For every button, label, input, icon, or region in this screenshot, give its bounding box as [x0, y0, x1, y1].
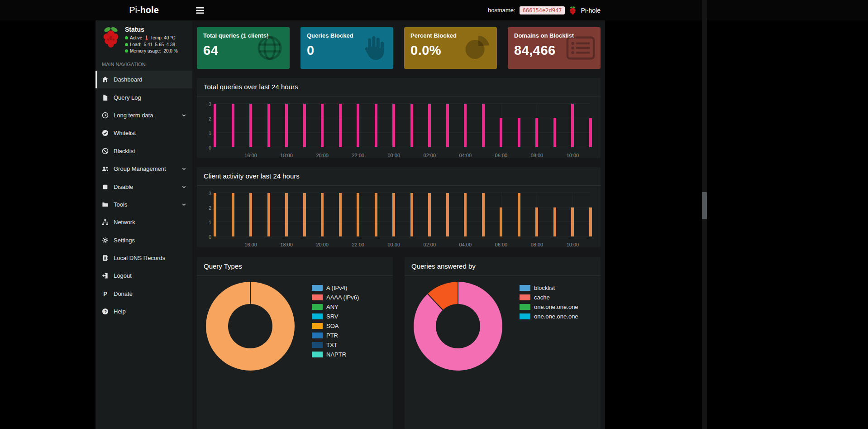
legend-color-chip	[312, 294, 323, 300]
status-load: Load: 5.41 5.65 4.38	[130, 42, 175, 47]
file-icon	[102, 94, 109, 101]
legend-item-aaaa-ipv6[interactable]: AAAA (IPv6)	[312, 294, 359, 301]
chevron-down-icon	[181, 184, 186, 189]
x-axis-tick-label: 10:00	[567, 242, 579, 247]
svg-text:?: ?	[104, 309, 107, 314]
x-axis-tick-label: 20:00	[316, 242, 329, 247]
chart-bar	[339, 104, 342, 147]
sidebar-item-whitelist[interactable]: Whitelist	[95, 124, 192, 142]
chart-plot-area	[215, 104, 591, 147]
sidebar-item-label: Disable	[114, 183, 176, 190]
sidebar-item-query-log[interactable]: Query Log	[95, 88, 192, 106]
chevron-down-icon	[181, 166, 186, 171]
legend-item-txt[interactable]: TXT	[312, 342, 359, 348]
legend-label: SRV	[326, 313, 339, 320]
sidebar-item-local-dns-records[interactable]: Local DNS Records	[95, 249, 192, 267]
chevron-down-icon	[181, 202, 186, 207]
legend-item-blocklist[interactable]: blocklist	[520, 284, 578, 291]
chart-bar	[446, 193, 449, 236]
chart-bar	[267, 104, 270, 147]
status-row-memory: Memory usage: 20.0 %	[125, 48, 178, 53]
status-load-dot	[125, 43, 128, 46]
chart-bar	[500, 207, 502, 236]
sidebar-item-long-term-data[interactable]: Long term data	[95, 106, 192, 124]
chart-bar	[553, 118, 556, 147]
sidebar-item-blacklist[interactable]: Blacklist	[95, 142, 192, 160]
sidebar-item-network[interactable]: Network	[95, 213, 192, 231]
legend-label: one.one.one.one	[534, 313, 578, 320]
y-axis-tick-label: 0	[200, 234, 211, 240]
x-axis-tick-label: 02:00	[424, 242, 436, 247]
chart-bar	[571, 104, 574, 147]
sidebar-brand[interactable]: Pi-hole	[95, 0, 192, 20]
y-axis-tick-label: 1	[200, 130, 211, 136]
sidebar-item-group-management[interactable]: Group Management	[95, 160, 192, 178]
chart-bar	[553, 207, 556, 236]
legend-label: one.one.one.one	[534, 304, 578, 310]
sidebar-item-label: Local DNS Records	[114, 255, 186, 261]
legend-item-cache[interactable]: cache	[520, 294, 578, 301]
sidebar-item-donate[interactable]: PDonate	[95, 285, 192, 303]
chart-bar	[464, 193, 467, 236]
legend-item-one-one-one-one[interactable]: one.one.one.one	[520, 313, 578, 320]
x-axis-tick-label: 04:00	[459, 153, 472, 158]
sidebar: Status Active Temp: 40 °C Load: 5.41 5.6…	[95, 20, 192, 429]
list-icon	[566, 34, 595, 62]
sidebar-item-help[interactable]: ?Help	[95, 303, 192, 320]
legend-color-chip	[312, 285, 323, 291]
sidebar-item-dashboard[interactable]: Dashboard	[95, 71, 192, 88]
y-axis-tick-label: 1	[200, 220, 211, 225]
legend-item-ptr[interactable]: PTR	[312, 332, 359, 339]
chart-bar	[321, 104, 324, 147]
top-navbar: Pi-hole hostname: 666154e2d947 Pi-hole	[0, 0, 868, 20]
x-axis-tick-label: 10:00	[567, 153, 579, 158]
chart-bar	[428, 193, 431, 236]
legend-item-a-ipv4[interactable]: A (IPv4)	[312, 284, 359, 291]
chart-bar	[482, 193, 485, 236]
x-axis-tick-label: 18:00	[280, 153, 293, 158]
x-axis-tick-label: 16:00	[244, 153, 257, 158]
query-types-donut	[206, 282, 295, 371]
legend-item-srv[interactable]: SRV	[312, 313, 359, 320]
page-scrollbar-track[interactable]	[702, 0, 707, 429]
legend-item-soa[interactable]: SOA	[312, 323, 359, 329]
sidebar-item-label: Query Log	[114, 94, 186, 101]
page-scrollbar-thumb[interactable]	[702, 192, 707, 219]
legend-label: A (IPv4)	[326, 284, 347, 291]
hostname-badge: 666154e2d947	[520, 6, 565, 14]
donut-hole	[436, 304, 480, 348]
y-axis-tick-label: 2	[200, 116, 211, 121]
sidebar-item-disable[interactable]: Disable	[95, 178, 192, 195]
sidebar-item-tools[interactable]: Tools	[95, 196, 192, 213]
legend-item-one-one-one-one[interactable]: one.one.one.one	[520, 304, 578, 310]
chart-bar	[535, 207, 538, 236]
legend-color-chip	[520, 294, 530, 300]
legend-item-any[interactable]: ANY	[312, 304, 359, 310]
x-axis-tick-label: 06:00	[495, 153, 508, 158]
hamburger-icon	[196, 7, 204, 14]
panel-header: Queries answered by	[405, 257, 601, 276]
sidebar-item-logout[interactable]: Logout	[95, 267, 192, 284]
legend-label: NAPTR	[326, 351, 346, 358]
brand-text-bold: hole	[140, 5, 159, 15]
sidebar-item-settings[interactable]: Settings	[95, 231, 192, 249]
chart-plot-area	[215, 193, 591, 236]
panel-title-total-queries: Total queries over last 24 hours	[204, 83, 298, 91]
gridline	[215, 222, 591, 222]
donut-hole	[228, 304, 272, 348]
navbar-right: hostname: 666154e2d947 Pi-hole	[488, 0, 601, 20]
stat-card-total-queries-1-clients: Total queries (1 clients)64	[197, 27, 290, 69]
chart-bar	[392, 104, 395, 147]
legend-item-naptr[interactable]: NAPTR	[312, 351, 359, 358]
gridline	[215, 118, 591, 118]
legend-color-chip	[312, 333, 323, 338]
sidebar-toggle-button[interactable]	[196, 6, 206, 14]
panel-header: Client activity over last 24 hours	[197, 167, 601, 186]
panel-header: Query Types	[197, 257, 393, 276]
sidebar-item-label: Logout	[114, 272, 186, 279]
y-axis-tick-label: 3	[200, 101, 211, 107]
queries-answered-donut	[414, 282, 502, 371]
status-active-label: Active	[130, 35, 142, 40]
gridline	[215, 103, 591, 104]
queries-answered-body: blocklistcacheone.one.one.oneone.one.one…	[405, 276, 601, 376]
